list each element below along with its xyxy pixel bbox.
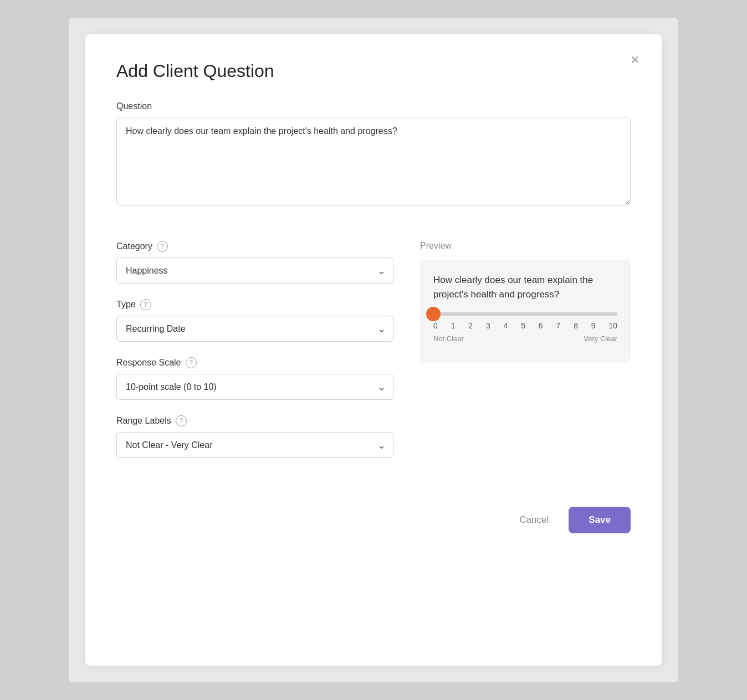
cancel-button[interactable]: Cancel [510,509,557,531]
response-scale-select[interactable]: 10-point scale (0 to 10) 5-point scale (… [116,374,393,400]
save-button[interactable]: Save [569,507,631,533]
question-section: Question How clearly does our team expla… [116,101,631,225]
response-scale-help-icon[interactable]: ? [186,357,197,368]
slider-label-right: Very Clear [584,334,617,343]
category-section: Category ? Happiness Communication Quali… [116,241,393,284]
range-labels-help-icon[interactable]: ? [176,415,187,426]
slider-thumb[interactable] [426,307,441,321]
response-scale-select-wrapper: 10-point scale (0 to 10) 5-point scale (… [116,374,393,400]
slider-container: 0 1 2 3 4 5 6 7 8 9 10 [433,312,617,343]
range-labels-section: Range Labels ? Not Clear - Very Clear Di… [116,415,393,458]
category-select-wrapper: Happiness Communication Quality Overall … [116,258,393,284]
modal-overlay: × Add Client Question Question How clear… [69,18,678,682]
response-scale-label: Response Scale ? [116,357,393,368]
modal-title: Add Client Question [116,61,631,81]
type-section: Type ? Recurring Date One-time Monthly ⌄ [116,299,393,342]
slider-track [433,312,617,316]
preview-question: How clearly does our team explain the pr… [433,273,617,301]
category-select[interactable]: Happiness Communication Quality Overall [116,258,393,284]
range-labels-select-wrapper: Not Clear - Very Clear Dissatisfied - Sa… [116,432,393,458]
close-button[interactable]: × [628,50,642,70]
response-scale-section: Response Scale ? 10-point scale (0 to 10… [116,357,393,400]
type-help-icon[interactable]: ? [140,299,151,310]
left-column: Category ? Happiness Communication Quali… [116,241,393,473]
question-input[interactable]: How clearly does our team explain the pr… [116,117,631,205]
right-column: Preview How clearly does our team explai… [420,241,631,363]
type-select-wrapper: Recurring Date One-time Monthly ⌄ [116,316,393,342]
category-help-icon[interactable]: ? [157,241,168,252]
question-label: Question [116,101,631,111]
slider-label-left: Not Clear [433,334,464,343]
range-labels-label: Range Labels ? [116,415,393,426]
type-label: Type ? [116,299,393,310]
type-select[interactable]: Recurring Date One-time Monthly [116,316,393,342]
modal-dialog: × Add Client Question Question How clear… [85,34,662,666]
range-labels-select[interactable]: Not Clear - Very Clear Dissatisfied - Sa… [116,432,393,458]
modal-footer: Cancel Save [116,507,631,533]
preview-label: Preview [420,241,631,251]
slider-labels: Not Clear Very Clear [433,334,617,343]
category-label: Category ? [116,241,393,252]
preview-box: How clearly does our team explain the pr… [420,260,631,363]
slider-numbers: 0 1 2 3 4 5 6 7 8 9 10 [433,321,617,330]
